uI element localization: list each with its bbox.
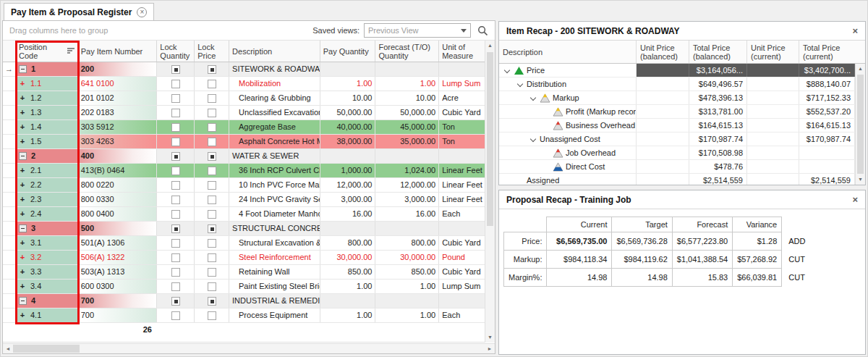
lock-price-cell[interactable] <box>195 106 229 119</box>
lock-price-checkbox[interactable] <box>208 311 216 320</box>
total-price-current-cell[interactable]: $3,402,700... <box>799 64 855 77</box>
lock-quantity-checkbox[interactable] <box>171 239 180 248</box>
pay-item-number-cell[interactable]: 303 4263 <box>78 135 158 148</box>
forecast-quantity-cell[interactable]: 16.00 <box>375 207 439 221</box>
recap-column-total-price-current[interactable]: Total Price (current) <box>799 41 855 63</box>
total-price-balanced-cell[interactable]: $649,496.57 <box>689 77 747 91</box>
lock-price-cell[interactable] <box>195 164 229 177</box>
lock-quantity-checkbox[interactable] <box>171 297 180 306</box>
column-header-lock-price[interactable]: Lock Price <box>195 41 229 62</box>
scrollbar-thumb[interactable] <box>857 75 864 174</box>
description-cell[interactable]: 24 Inch PVC Gravity Sew... <box>229 193 320 206</box>
lock-price-cell[interactable] <box>195 280 229 293</box>
pay-quantity-cell[interactable]: 850.00 <box>320 265 376 279</box>
total-price-current-cell[interactable]: $888,140.07 <box>799 77 855 91</box>
lock-quantity-cell[interactable] <box>157 193 195 206</box>
pay-item-number-cell[interactable]: 800 0220 <box>78 178 158 192</box>
lock-quantity-checkbox[interactable] <box>171 210 180 219</box>
collapse-icon[interactable] <box>19 297 27 305</box>
position-code-cell[interactable]: 4 <box>16 294 78 308</box>
scroll-down-icon[interactable]: ▼ <box>856 175 865 185</box>
expand-icon[interactable]: + <box>19 77 26 91</box>
lock-price-checkbox[interactable] <box>208 167 216 175</box>
unit-of-measure-cell[interactable] <box>439 149 485 163</box>
scrollbar-thumb[interactable] <box>13 345 80 353</box>
grid-row[interactable]: +2.2800 022010 Inch PVC Force Main (...1… <box>3 178 485 193</box>
unit-of-measure-cell[interactable]: Ton <box>439 135 485 148</box>
pay-quantity-cell[interactable]: 50,000.00 <box>320 106 376 119</box>
recap-column-description[interactable]: Description <box>499 41 637 63</box>
sort-icon[interactable] <box>67 48 75 54</box>
lock-quantity-cell[interactable] <box>157 106 195 119</box>
lock-price-checkbox[interactable] <box>208 268 216 277</box>
lock-price-cell[interactable] <box>195 91 229 105</box>
unit-of-measure-cell[interactable]: Cubic Yard <box>439 106 485 119</box>
unit-of-measure-cell[interactable]: Pound <box>439 251 485 264</box>
column-header-position-code[interactable]: Position Code <box>16 41 78 62</box>
lock-price-checkbox[interactable] <box>208 224 216 233</box>
total-price-current-cell[interactable] <box>799 146 855 159</box>
position-code-cell[interactable]: 1 <box>16 62 78 76</box>
lock-price-cell[interactable] <box>195 120 229 134</box>
lock-quantity-cell[interactable] <box>157 164 195 177</box>
grid-row[interactable]: +1.3202 0183Unclassified Excavation50,00… <box>3 106 485 120</box>
pay-item-number-cell[interactable]: 700 <box>78 308 158 322</box>
recap-description-cell[interactable]: Distribution <box>499 77 637 91</box>
item-recap-row[interactable]: Business Overhead$164,615.13$164,615.13 <box>499 119 855 133</box>
expand-icon[interactable]: + <box>19 207 26 221</box>
pay-item-number-cell[interactable]: 500 <box>78 222 158 235</box>
description-cell[interactable]: Asphalt Concrete Hot Mi... <box>229 135 320 148</box>
position-code-cell[interactable]: 2 <box>16 149 78 163</box>
expand-icon[interactable]: + <box>19 178 26 192</box>
pay-item-number-cell[interactable]: 800 0400 <box>78 207 158 221</box>
description-cell[interactable]: Clearing & Grubbing <box>229 91 320 105</box>
grid-row[interactable]: +3.4600 0300Paint Existing Steel Bridg..… <box>3 280 485 294</box>
pay-quantity-cell[interactable]: 10.00 <box>320 91 376 105</box>
group-by-drop-zone[interactable]: Drag columns here to group <box>3 26 312 35</box>
lock-quantity-cell[interactable] <box>157 265 195 279</box>
lock-price-cell[interactable] <box>195 178 229 192</box>
lock-price-cell[interactable] <box>195 294 229 308</box>
recap-column-unit-price-current[interactable]: Unit Price (current) <box>747 41 799 63</box>
pay-quantity-cell[interactable]: 30,000.00 <box>320 251 376 264</box>
column-header-lock-quantity[interactable]: Lock Quantity <box>157 41 195 62</box>
expand-icon[interactable]: + <box>19 251 26 264</box>
scroll-down-icon[interactable]: ▼ <box>485 332 495 343</box>
unit-price-balanced-cell[interactable] <box>637 77 689 91</box>
pay-item-number-cell[interactable]: 600 0300 <box>78 280 158 293</box>
total-price-current-cell[interactable]: $164,615.13 <box>799 119 855 132</box>
position-code-cell[interactable]: 3 <box>16 222 78 235</box>
collapse-icon[interactable] <box>19 65 27 73</box>
unit-price-current-cell[interactable] <box>747 146 799 159</box>
position-code-cell[interactable]: +2.1 <box>16 164 78 177</box>
chevron-down-icon[interactable] <box>516 80 524 88</box>
description-cell[interactable]: Paint Existing Steel Bridg... <box>229 280 320 293</box>
total-price-balanced-cell[interactable]: $2,514,559 <box>689 174 747 185</box>
pay-quantity-cell[interactable] <box>320 294 376 308</box>
forecast-quantity-cell[interactable] <box>375 294 439 308</box>
lock-quantity-cell[interactable] <box>157 294 195 308</box>
position-code-cell[interactable]: +2.4 <box>16 207 78 221</box>
grid-vertical-scrollbar[interactable]: ▲ ▼ <box>485 41 495 343</box>
lock-price-cell[interactable] <box>195 207 229 221</box>
lock-price-cell[interactable] <box>195 135 229 148</box>
lock-price-cell[interactable] <box>195 222 229 235</box>
scroll-up-icon[interactable]: ▲ <box>856 64 865 74</box>
position-code-cell[interactable]: +1.3 <box>16 106 78 119</box>
unit-price-current-cell[interactable] <box>747 77 799 91</box>
pay-item-number-cell[interactable]: 202 0183 <box>78 106 158 119</box>
column-header-pay-quantity[interactable]: Pay Quantity <box>320 41 376 62</box>
description-cell[interactable]: 36 Inch RCP Culvert Clas... <box>229 164 320 177</box>
lock-price-cell[interactable] <box>195 62 229 76</box>
unit-of-measure-cell[interactable]: Each <box>439 207 485 221</box>
item-recap-row[interactable]: Job Overhead$170,508.98 <box>499 146 855 160</box>
pay-item-number-cell[interactable]: 800 0330 <box>78 193 158 206</box>
forecast-quantity-cell[interactable]: 50,000.00 <box>375 106 439 119</box>
pay-quantity-cell[interactable] <box>320 222 376 235</box>
description-cell[interactable]: Process Equipment <box>229 308 320 322</box>
lock-quantity-checkbox[interactable] <box>171 311 180 320</box>
expand-icon[interactable]: + <box>19 236 26 250</box>
pay-quantity-cell[interactable]: 800.00 <box>320 236 376 250</box>
search-button[interactable] <box>475 23 490 38</box>
total-price-balanced-cell[interactable]: $313,781.00 <box>689 105 747 118</box>
